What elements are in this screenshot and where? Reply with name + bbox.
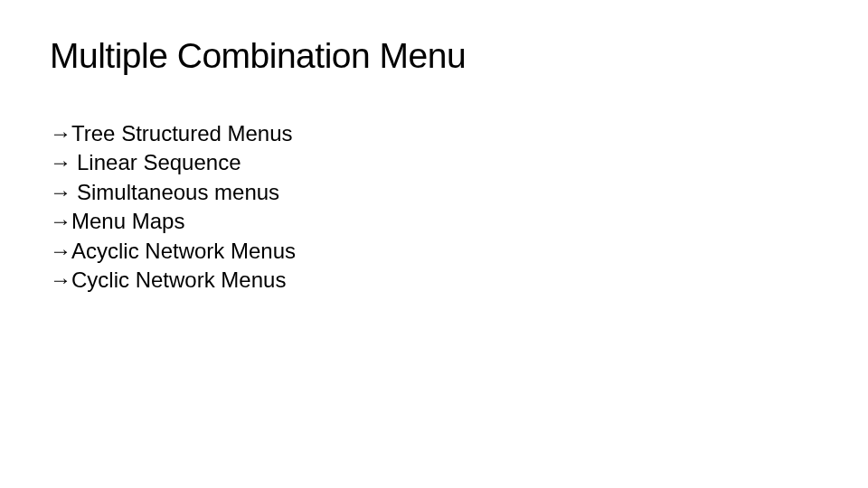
arrow-right-icon: →	[50, 207, 71, 236]
list-item: →Tree Structured Menus	[50, 119, 818, 148]
bullet-text: Simultaneous menus	[77, 178, 279, 207]
list-item: →Menu Maps	[50, 207, 818, 236]
arrow-right-icon: →	[50, 119, 71, 148]
list-item: →Acyclic Network Menus	[50, 237, 818, 266]
bullet-text: Cyclic Network Menus	[71, 266, 286, 295]
arrow-right-icon: →	[50, 148, 71, 177]
bullet-text: Linear Sequence	[77, 148, 241, 177]
bullet-text: Menu Maps	[71, 207, 184, 236]
list-item: →Linear Sequence	[50, 148, 818, 177]
arrow-right-icon: →	[50, 266, 71, 295]
slide-title: Multiple Combination Menu	[50, 36, 818, 76]
list-item: →Cyclic Network Menus	[50, 266, 818, 295]
bullet-text: Tree Structured Menus	[71, 119, 293, 148]
bullet-text: Acyclic Network Menus	[71, 237, 296, 266]
arrow-right-icon: →	[50, 178, 71, 207]
list-item: →Simultaneous menus	[50, 178, 818, 207]
arrow-right-icon: →	[50, 237, 71, 266]
bullet-list: →Tree Structured Menus →Linear Sequence …	[50, 119, 818, 295]
